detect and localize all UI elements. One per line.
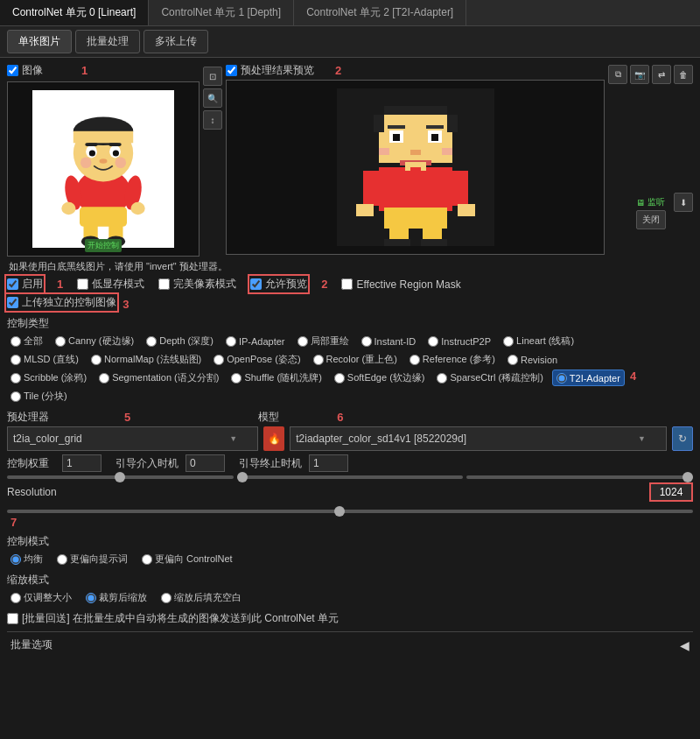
ct-openpose[interactable]: OpenPose (姿态) [210, 351, 304, 368]
ct-ip-adapter[interactable]: IP-Adapter [222, 333, 289, 349]
start-guidance-value-input[interactable] [186, 454, 225, 472]
resolution-slider[interactable] [7, 510, 693, 513]
tab-controlnet-2[interactable]: ControlNet 单元 2 [T2I-Adapter] [294, 0, 466, 25]
ct-tile[interactable]: Tile (分块) [7, 388, 71, 405]
ct-reference[interactable]: Reference (参考) [406, 351, 499, 368]
sub-tab-batch[interactable]: 批量处理 [75, 30, 140, 53]
preview-section: 预处理结果预览 2 [226, 63, 605, 255]
low-vram-checkbox[interactable] [77, 278, 88, 290]
perfect-pixel-label: 完美像素模式 [173, 277, 236, 292]
ct-revision[interactable]: Revision [504, 351, 561, 368]
weight-slider[interactable] [7, 475, 234, 479]
model-select[interactable]: t2iadapter_color_sd14v1 [8522029d] [290, 426, 667, 451]
ct-t2i-adapter[interactable]: T2I-Adapter [552, 370, 625, 386]
tab-bar: ControlNet 单元 0 [Lineart] ControlNet 单元 … [0, 0, 700, 26]
weight-value-input[interactable] [62, 454, 102, 472]
ct-inpaint[interactable]: 局部重绘 [294, 333, 353, 349]
preprocessor-model-row: t2ia_color_grid 🔥 t2iadapter_color_sd14v… [7, 426, 693, 451]
allow-preview-checkbox[interactable] [250, 278, 262, 290]
close-preview-btn[interactable]: 关闭 [636, 210, 666, 229]
low-vram-container[interactable]: 低显存模式 [77, 277, 144, 292]
ct-softedge[interactable]: SoftEdge (软边缘) [331, 370, 429, 386]
annotation-1: 1 [81, 64, 88, 77]
resolution-label: Resolution [7, 486, 68, 498]
preview-image [337, 88, 494, 246]
sm-crop[interactable]: 裁剪后缩放 [82, 589, 150, 606]
perfect-pixel-checkbox[interactable] [158, 278, 170, 290]
end-guidance-label: 引导终止时机 [239, 456, 302, 471]
batch-send-checkbox[interactable] [7, 613, 18, 624]
ct-canny[interactable]: Canny (硬边缘) [52, 333, 137, 349]
svg-rect-35 [442, 148, 452, 155]
start-guidance-slider[interactable] [237, 475, 464, 479]
end-guidance-slider[interactable] [466, 475, 693, 479]
cm-controlnet[interactable]: 更偏向 ControlNet [138, 551, 236, 567]
upload-independent-row: 上传独立的控制图像 3 [7, 295, 693, 311]
fire-button[interactable]: 🔥 [263, 426, 284, 451]
batch-label: 批量选项 [10, 637, 52, 652]
fit-btn[interactable]: ⊡ [203, 67, 222, 86]
enable-checkbox-container[interactable]: 启用 [7, 277, 43, 292]
effective-region-container[interactable]: Effective Region Mask [341, 278, 460, 291]
annotation-2b: 2 [321, 278, 327, 291]
end-guidance-value-input[interactable] [309, 454, 348, 472]
image-upload-area[interactable]: 开始控制 [7, 81, 200, 257]
allow-preview-container[interactable]: 允许预览 [250, 277, 307, 292]
ct-shuffle[interactable]: Shuffle (随机洗牌) [228, 370, 325, 386]
annotation-6: 6 [337, 411, 343, 424]
trash-btn[interactable]: 🗑 [674, 65, 693, 84]
svg-rect-47 [356, 204, 374, 216]
ct-depth[interactable]: Depth (深度) [143, 333, 217, 349]
enable-checkbox[interactable] [7, 278, 18, 290]
swap-btn[interactable]: ⇄ [652, 65, 671, 84]
tab-controlnet-1[interactable]: ControlNet 单元 1 [Depth] [149, 0, 294, 25]
effective-region-checkbox[interactable] [341, 278, 353, 290]
arrow-btn[interactable]: ↕ [203, 110, 222, 130]
low-vram-label: 低显存模式 [92, 277, 144, 292]
batch-send-container[interactable]: [批量回送] 在批量生成中自动将生成的图像发送到此 ControlNet 单元 [7, 611, 339, 626]
preview-image-area[interactable] [226, 80, 605, 255]
refresh-button[interactable]: ↻ [672, 426, 693, 451]
cm-prompt[interactable]: 更偏向提示词 [53, 551, 131, 567]
ct-scribble[interactable]: Scribble (涂鸦) [7, 370, 90, 386]
upload-independent-checkbox[interactable] [7, 297, 18, 308]
ct-mlsd[interactable]: MLSD (直线) [7, 351, 82, 368]
svg-rect-44 [384, 239, 410, 246]
ct-normalmap[interactable]: NormalMap (法线贴图) [88, 351, 205, 368]
batch-arrow-icon: ◀ [680, 638, 690, 652]
copy-btn[interactable]: ⧉ [608, 65, 627, 84]
model-label: 模型 [258, 410, 279, 425]
control-type-row3: Scribble (涂鸦) Segmentation (语义分割) Shuffl… [7, 370, 693, 386]
svg-rect-48 [451, 171, 468, 206]
ct-instant-id[interactable]: Instant-ID [358, 333, 420, 349]
svg-rect-9 [74, 131, 133, 144]
ct-lineart[interactable]: Lineart (线稿) [500, 333, 578, 349]
download-btn[interactable]: ⬇ [674, 193, 693, 212]
zoom-btn[interactable]: 🔍 [203, 88, 222, 108]
camera-btn[interactable]: 📷 [630, 65, 649, 84]
cm-balanced[interactable]: 均衡 [7, 551, 46, 567]
ct-instruct-p2p[interactable]: InstructP2P [424, 333, 494, 349]
svg-rect-41 [384, 208, 447, 229]
sm-fill[interactable]: 缩放后填充空白 [158, 589, 245, 606]
svg-point-18 [116, 158, 127, 169]
monitor-label: 监听 [648, 196, 665, 208]
perfect-pixel-container[interactable]: 完美像素模式 [158, 277, 236, 292]
upload-independent-container[interactable]: 上传独立的控制图像 [7, 295, 116, 310]
preview-checkbox[interactable] [226, 65, 237, 76]
sm-resize[interactable]: 仅调整大小 [7, 589, 75, 606]
sub-tab-single[interactable]: 单张图片 [7, 30, 72, 53]
svg-rect-49 [458, 204, 475, 216]
ct-sparsectrl[interactable]: SparseCtrl (稀疏控制) [433, 370, 546, 386]
svg-point-22 [131, 202, 145, 215]
upload-independent-label: 上传独立的控制图像 [22, 295, 116, 310]
sub-tab-multi[interactable]: 多张上传 [144, 30, 208, 53]
ct-segmentation[interactable]: Segmentation (语义分割) [95, 370, 222, 386]
annotation-2: 2 [335, 64, 341, 77]
preprocessor-select[interactable]: t2ia_color_grid [7, 426, 258, 451]
image-checkbox[interactable] [7, 65, 18, 76]
svg-rect-31 [431, 134, 438, 141]
ct-recolor[interactable]: Recolor (重上色) [310, 351, 401, 368]
tab-controlnet-0[interactable]: ControlNet 单元 0 [Lineart] [0, 0, 149, 25]
ct-all[interactable]: 全部 [7, 333, 46, 349]
